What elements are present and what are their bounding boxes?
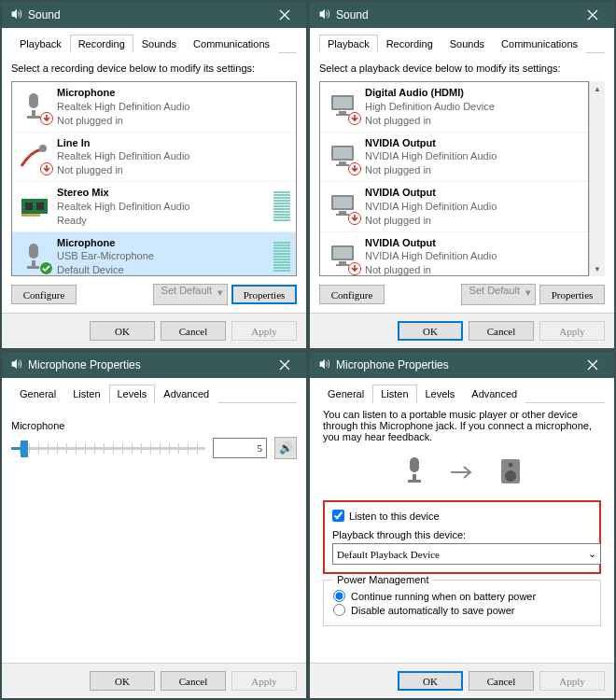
mute-button[interactable]: 🔊 (274, 437, 297, 459)
title-bar: Sound (310, 2, 614, 28)
apply-button: Apply (231, 321, 297, 341)
tab-recording[interactable]: Recording (70, 35, 133, 53)
close-button[interactable] (269, 2, 306, 28)
playback-device-combo[interactable]: Default Playback Device⌄ (332, 543, 601, 565)
svg-rect-14 (29, 244, 38, 259)
device-sub: NVIDIA High Definition Audio (365, 200, 582, 214)
listen-checkbox[interactable]: Listen to this device (332, 510, 592, 522)
device-item[interactable]: NVIDIA OutputNVIDIA High Definition Audi… (320, 232, 588, 276)
volume-slider[interactable] (11, 447, 205, 450)
svg-point-51 (505, 470, 516, 482)
device-list: Digital Audio (HDMI)High Definition Audi… (319, 81, 589, 276)
device-item[interactable]: Line InRealtek High Definition AudioNot … (12, 133, 296, 183)
device-buttons: ConfigureSet DefaultProperties (319, 276, 605, 313)
tab-communications[interactable]: Communications (493, 35, 586, 53)
tab-advanced[interactable]: Advanced (155, 385, 217, 403)
configure-button[interactable]: Configure (319, 285, 385, 304)
svg-rect-1 (29, 93, 38, 108)
mic-icon (18, 90, 51, 123)
title-bar: Microphone Properties (2, 352, 306, 378)
dialog-buttons: OKCancelApply (2, 663, 306, 698)
ok-button[interactable]: OK (398, 671, 463, 691)
cancel-button[interactable]: Cancel (469, 671, 534, 691)
device-item[interactable]: Stereo MixRealtek High Definition AudioR… (12, 182, 296, 232)
svg-rect-3 (27, 116, 40, 119)
device-item[interactable]: Digital Audio (HDMI)High Definition Audi… (320, 82, 588, 133)
tab-listen[interactable]: Listen (64, 385, 108, 403)
pm-continue-radio[interactable]: Continue running when on battery power (333, 590, 591, 602)
tab-levels[interactable]: Levels (417, 385, 464, 403)
svg-rect-10 (25, 203, 33, 210)
tab-playback[interactable]: Playback (11, 35, 70, 53)
close-button[interactable] (269, 352, 306, 378)
tab-row: PlaybackRecordingSoundsCommunications (319, 34, 605, 53)
device-item[interactable]: NVIDIA OutputNVIDIA High Definition Audi… (320, 182, 588, 232)
ok-button[interactable]: OK (398, 321, 463, 341)
cancel-button[interactable]: Cancel (161, 671, 226, 691)
svg-rect-47 (410, 457, 419, 472)
svg-rect-28 (336, 164, 349, 166)
svg-rect-21 (339, 111, 346, 114)
level-meter (273, 242, 290, 272)
device-list: MicrophoneRealtek High Definition AudioN… (11, 81, 297, 276)
tab-row: GeneralListenLevelsAdvanced (11, 384, 297, 403)
tab-sounds[interactable]: Sounds (133, 35, 185, 53)
svg-rect-22 (336, 114, 349, 116)
tab-playback[interactable]: Playback (319, 35, 378, 53)
ok-button[interactable]: OK (90, 671, 155, 691)
device-item[interactable]: MicrophoneRealtek High Definition AudioN… (12, 82, 296, 133)
svg-rect-16 (27, 266, 40, 269)
tab-sounds[interactable]: Sounds (441, 35, 493, 53)
speaker-icon (9, 357, 28, 372)
device-sub: USB Ear-Microphone (57, 249, 273, 263)
tab-listen[interactable]: Listen (372, 385, 416, 403)
tab-advanced[interactable]: Advanced (463, 385, 525, 403)
svg-rect-32 (333, 197, 352, 208)
tab-row: GeneralListenLevelsAdvanced (319, 384, 605, 403)
instruction-text: Select a recording device below to modif… (11, 63, 297, 74)
window-title: Microphone Properties (336, 358, 577, 371)
instruction-text: Select a playback device below to modify… (319, 63, 605, 74)
title-bar: Microphone Properties (310, 352, 614, 378)
close-button[interactable] (577, 352, 614, 378)
scroll-down[interactable]: ▼ (590, 261, 605, 276)
svg-rect-48 (413, 474, 416, 480)
close-button[interactable] (577, 2, 614, 28)
volume-value[interactable] (213, 438, 267, 458)
ok-button[interactable]: OK (90, 321, 155, 341)
title-bar: Sound (2, 2, 306, 28)
device-name: Microphone (57, 86, 290, 100)
sound-recording-window: SoundPlaybackRecordingSoundsCommunicatio… (0, 0, 308, 350)
configure-button[interactable]: Configure (11, 285, 77, 304)
device-status: Not plugged in (365, 114, 582, 128)
svg-rect-15 (32, 260, 35, 266)
apply-button: Apply (231, 671, 297, 691)
device-diagram (323, 455, 601, 491)
device-item[interactable]: NVIDIA OutputNVIDIA High Definition Audi… (320, 133, 588, 183)
speaker-icon (317, 7, 336, 22)
playback-through-label: Playback through this device: (332, 529, 592, 540)
svg-rect-12 (21, 214, 40, 217)
device-item[interactable]: MicrophoneUSB Ear-MicrophoneDefault Devi… (12, 232, 296, 276)
pm-disable-radio[interactable]: Disable automatically to save power (333, 604, 591, 616)
tab-general[interactable]: General (11, 385, 64, 403)
set-default-dropdown[interactable]: Set Default (153, 284, 228, 305)
tab-recording[interactable]: Recording (378, 35, 441, 53)
cancel-button[interactable]: Cancel (469, 321, 534, 341)
properties-button[interactable]: Properties (539, 285, 605, 304)
arrow-icon (449, 464, 477, 483)
device-status: Not plugged in (365, 214, 582, 228)
properties-button[interactable]: Properties (231, 285, 297, 304)
tab-general[interactable]: General (319, 385, 372, 403)
scroll-up[interactable]: ▲ (590, 81, 605, 96)
tab-communications[interactable]: Communications (185, 35, 278, 53)
tab-row: PlaybackRecordingSoundsCommunications (11, 34, 297, 53)
sound-playback-window: SoundPlaybackRecordingSoundsCommunicatio… (308, 0, 616, 350)
cancel-button[interactable]: Cancel (161, 321, 226, 341)
card-icon (18, 189, 51, 223)
device-name: Line In (57, 136, 290, 150)
monitor-icon (326, 189, 359, 223)
scrollbar[interactable]: ▲▼ (589, 81, 605, 276)
set-default-dropdown[interactable]: Set Default (461, 284, 536, 305)
tab-levels[interactable]: Levels (109, 385, 156, 403)
